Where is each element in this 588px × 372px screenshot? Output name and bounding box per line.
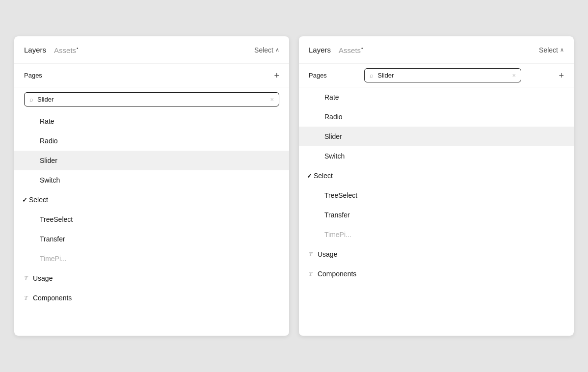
right-search-input[interactable] bbox=[377, 72, 508, 79]
right-panel-header: Layers Assets• Select ∧ bbox=[299, 36, 574, 64]
right-section-usage[interactable]: T Usage bbox=[299, 244, 574, 264]
right-page-item-select[interactable]: ✓ Select bbox=[299, 166, 574, 186]
left-search-container: ⌕ × bbox=[14, 87, 289, 111]
left-page-item-truncated[interactable]: TimePi... bbox=[14, 249, 289, 268]
right-clear-icon[interactable]: × bbox=[512, 72, 516, 79]
right-select-button[interactable]: Select ∧ bbox=[539, 46, 564, 54]
right-add-page-button[interactable]: + bbox=[559, 71, 564, 80]
right-page-item-rate[interactable]: Rate bbox=[299, 87, 574, 107]
left-page-item-treeselect[interactable]: TreeSelect bbox=[14, 210, 289, 229]
right-section-components[interactable]: T Components bbox=[299, 264, 574, 284]
right-check-icon: ✓ bbox=[307, 172, 312, 180]
left-components-type-icon: T bbox=[24, 294, 28, 302]
right-layers-tab[interactable]: Layers bbox=[309, 46, 331, 54]
left-section-components[interactable]: T Components bbox=[14, 288, 289, 308]
left-select-button[interactable]: Select ∧ bbox=[254, 46, 279, 54]
right-chevron-icon: ∧ bbox=[560, 47, 564, 53]
left-search-input[interactable] bbox=[37, 96, 266, 103]
left-section-usage[interactable]: T Usage bbox=[14, 268, 289, 288]
left-chevron-icon: ∧ bbox=[275, 47, 279, 53]
left-page-item-slider[interactable]: Slider bbox=[14, 151, 289, 170]
left-page-item-select[interactable]: ✓ Select bbox=[14, 190, 289, 210]
right-page-item-transfer[interactable]: Transfer bbox=[299, 205, 574, 225]
left-panel-content: Rate Radio Slider Switch ✓ Select TreeSe… bbox=[14, 111, 289, 336]
left-page-item-switch[interactable]: Switch bbox=[14, 170, 289, 190]
left-page-item-radio[interactable]: Radio bbox=[14, 131, 289, 151]
right-page-item-slider[interactable]: Slider bbox=[299, 127, 574, 146]
right-panel: Layers Assets• Select ∧ Pages ⌕ × + Rate… bbox=[299, 36, 574, 336]
left-clear-icon[interactable]: × bbox=[270, 96, 274, 103]
right-components-type-icon: T bbox=[309, 270, 313, 278]
left-layers-tab[interactable]: Layers bbox=[24, 46, 46, 54]
right-search-box[interactable]: ⌕ × bbox=[364, 68, 521, 82]
right-pages-label: Pages bbox=[309, 72, 327, 79]
right-assets-tab[interactable]: Assets• bbox=[339, 46, 363, 54]
left-add-page-button[interactable]: + bbox=[274, 71, 279, 80]
left-pages-section: Pages + bbox=[14, 64, 289, 87]
left-page-item-transfer[interactable]: Transfer bbox=[14, 229, 289, 249]
left-panel-header: Layers Assets• Select ∧ bbox=[14, 36, 289, 64]
right-panel-content: Rate Radio Slider Switch ✓ Select TreeSe… bbox=[299, 87, 574, 336]
left-usage-type-icon: T bbox=[24, 274, 28, 282]
left-pages-label: Pages bbox=[24, 72, 42, 79]
left-header-tabs: Layers Assets• bbox=[24, 46, 79, 54]
right-page-item-treeselect[interactable]: TreeSelect bbox=[299, 186, 574, 205]
left-page-item-rate[interactable]: Rate bbox=[14, 111, 289, 131]
left-panel: Layers Assets• Select ∧ Pages + ⌕ × Rate… bbox=[14, 36, 289, 336]
right-usage-type-icon: T bbox=[309, 250, 313, 258]
right-search-icon: ⌕ bbox=[370, 72, 374, 79]
right-pages-section: Pages ⌕ × + bbox=[299, 64, 574, 87]
right-page-item-truncated[interactable]: TimePi... bbox=[299, 225, 574, 244]
right-header-tabs: Layers Assets• bbox=[309, 46, 363, 54]
right-page-item-switch[interactable]: Switch bbox=[299, 146, 574, 166]
right-page-item-radio[interactable]: Radio bbox=[299, 107, 574, 127]
left-search-box[interactable]: ⌕ × bbox=[24, 92, 279, 106]
left-assets-tab[interactable]: Assets• bbox=[54, 46, 79, 54]
left-search-icon: ⌕ bbox=[29, 96, 33, 103]
left-check-icon: ✓ bbox=[22, 196, 27, 204]
